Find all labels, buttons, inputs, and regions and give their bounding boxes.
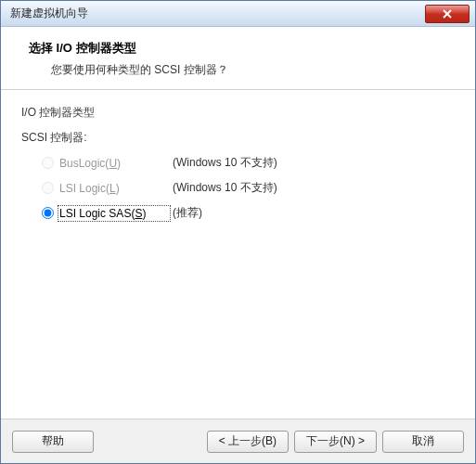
wizard-header: 选择 I/O 控制器类型 您要使用何种类型的 SCSI 控制器？: [1, 27, 475, 90]
radio-option-lsisas[interactable]: LSI Logic SAS(S) (推荐): [42, 205, 455, 221]
close-button[interactable]: [425, 5, 470, 23]
header-title: 选择 I/O 控制器类型: [29, 40, 457, 57]
header-subtitle: 您要使用何种类型的 SCSI 控制器？: [51, 62, 457, 78]
radio-lsisas[interactable]: [42, 207, 54, 219]
back-button[interactable]: < 上一步(B): [207, 431, 289, 453]
radio-lsilogic: [42, 182, 54, 194]
cancel-button[interactable]: 取消: [382, 431, 464, 453]
wizard-content: I/O 控制器类型 SCSI 控制器: BusLogic(U) (Windows…: [1, 90, 475, 419]
section-label: I/O 控制器类型: [21, 105, 455, 121]
radio-buslogic: [42, 157, 54, 169]
radio-label-lsilogic: LSI Logic(L): [59, 182, 169, 195]
window-title: 新建虚拟机向导: [10, 6, 425, 21]
radio-option-lsilogic: LSI Logic(L) (Windows 10 不支持): [42, 180, 455, 196]
radio-note-lsisas: (推荐): [173, 205, 202, 221]
wizard-footer: 帮助 < 上一步(B) 下一步(N) > 取消: [1, 419, 475, 463]
help-button[interactable]: 帮助: [12, 431, 94, 453]
radio-label-lsisas[interactable]: LSI Logic SAS(S): [59, 207, 169, 220]
radio-note-buslogic: (Windows 10 不支持): [173, 155, 277, 171]
radio-option-buslogic: BusLogic(U) (Windows 10 不支持): [42, 155, 455, 171]
radio-note-lsilogic: (Windows 10 不支持): [173, 180, 277, 196]
close-icon: [443, 9, 452, 19]
wizard-window: 新建虚拟机向导 选择 I/O 控制器类型 您要使用何种类型的 SCSI 控制器？…: [0, 0, 476, 464]
subsection-label: SCSI 控制器:: [21, 130, 455, 146]
titlebar: 新建虚拟机向导: [1, 1, 475, 27]
next-button[interactable]: 下一步(N) >: [294, 431, 377, 453]
radio-label-buslogic: BusLogic(U): [59, 157, 169, 170]
